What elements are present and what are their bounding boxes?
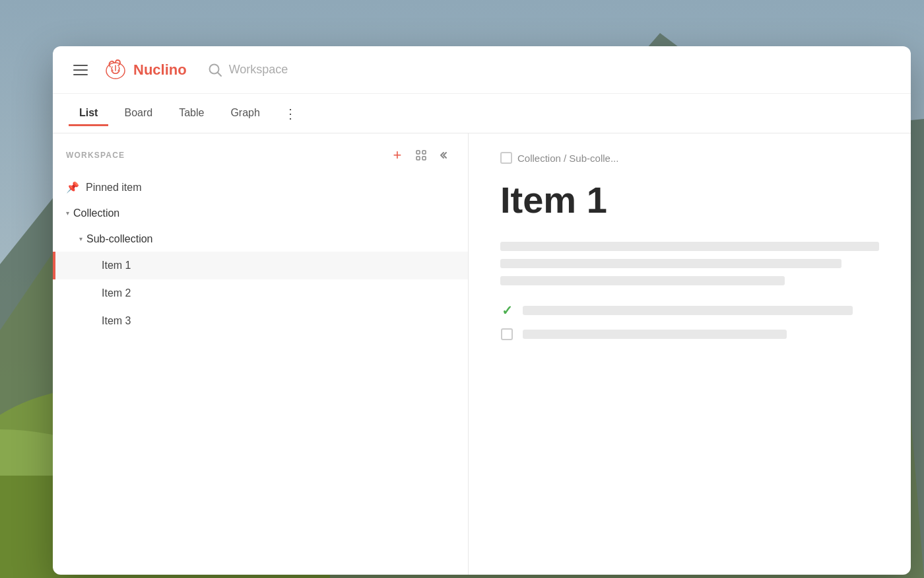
add-item-button[interactable]: + [387, 145, 407, 165]
checklist-item-2[interactable] [500, 328, 879, 341]
checklist-item-1[interactable]: ✓ [500, 304, 879, 317]
logo[interactable]: Nuclino [103, 57, 187, 83]
svg-rect-12 [422, 157, 426, 160]
app-window: Nuclino Workspace List Board Table Graph… [53, 46, 911, 575]
content-line-3 [500, 276, 785, 285]
sidebar: WORKSPACE + [53, 133, 469, 575]
sub-collection-item[interactable]: ▾ Sub-collection [53, 226, 468, 252]
svg-rect-11 [416, 157, 420, 160]
sub-chevron-icon: ▾ [79, 235, 82, 242]
logo-text: Nuclino [133, 61, 187, 79]
svg-rect-9 [416, 151, 420, 154]
sidebar-content: 📌 Pinned item ▾ Collection [53, 174, 468, 575]
sidebar-actions: + [387, 145, 455, 165]
item-title: Item 1 [500, 180, 879, 221]
sub-collection-name: Sub-collection [86, 233, 444, 245]
svg-line-8 [217, 72, 220, 75]
expand-button[interactable] [411, 145, 431, 165]
menu-line-3 [73, 74, 88, 75]
check-empty-icon [500, 328, 513, 341]
collection-item[interactable]: ▾ Collection [53, 200, 468, 226]
list-item-3-label: Item 3 [102, 315, 131, 327]
breadcrumb-text: Collection / Sub-colle... [517, 153, 618, 164]
breadcrumb-checkbox[interactable] [500, 152, 512, 164]
svg-rect-10 [422, 151, 426, 154]
header: Nuclino Workspace [53, 46, 911, 94]
tab-more-button[interactable]: ⋮ [276, 100, 306, 127]
pin-icon: 📌 [66, 181, 79, 194]
list-item-1[interactable]: Item 1 [53, 252, 468, 279]
menu-line-1 [73, 65, 88, 66]
search-area[interactable]: Workspace [208, 63, 288, 77]
tab-table[interactable]: Table [168, 102, 214, 126]
main-content: WORKSPACE + [53, 133, 911, 575]
menu-line-2 [73, 69, 88, 71]
collapse-button[interactable] [435, 145, 455, 165]
content-pane: Collection / Sub-colle... Item 1 ✓ [469, 133, 911, 575]
list-item-2[interactable]: Item 2 [53, 279, 468, 307]
list-item-3[interactable]: Item 3 [53, 307, 468, 335]
search-placeholder: Workspace [229, 63, 288, 77]
tab-board[interactable]: Board [114, 102, 163, 126]
pinned-item[interactable]: 📌 Pinned item [53, 174, 468, 200]
content-line-1 [500, 242, 879, 251]
breadcrumb: Collection / Sub-colle... [500, 152, 879, 164]
content-line-2 [500, 259, 842, 268]
checklist: ✓ [500, 304, 879, 341]
pinned-item-label: Pinned item [86, 182, 142, 194]
check-done-icon: ✓ [500, 304, 513, 317]
list-item-2-label: Item 2 [102, 287, 131, 299]
workspace-label: WORKSPACE [66, 151, 125, 160]
collection-name: Collection [73, 207, 444, 219]
checklist-line-1 [523, 306, 853, 315]
content-placeholder-lines [500, 242, 879, 285]
list-item-1-label: Item 1 [102, 260, 131, 271]
sidebar-header: WORKSPACE + [53, 133, 468, 174]
checklist-line-2 [523, 330, 787, 339]
chevron-icon: ▾ [66, 209, 69, 217]
menu-button[interactable] [69, 58, 92, 82]
tab-list[interactable]: List [69, 102, 108, 126]
tabs-bar: List Board Table Graph ⋮ [53, 94, 911, 133]
search-icon [208, 63, 222, 77]
logo-icon [103, 57, 128, 83]
tab-graph[interactable]: Graph [220, 102, 270, 126]
